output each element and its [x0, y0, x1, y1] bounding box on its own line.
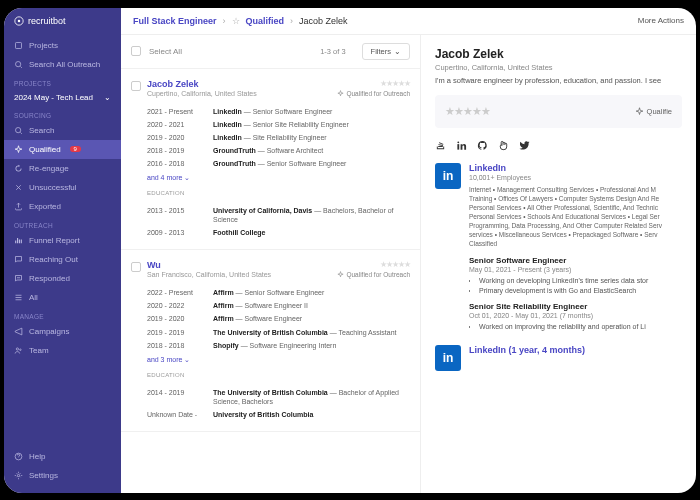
breadcrumb-stage[interactable]: Qualified: [246, 16, 285, 26]
sidebar-item-label: Search All Outreach: [29, 60, 100, 69]
more-actions-button[interactable]: More Actions: [638, 16, 684, 25]
exp-company: LinkedIn: [213, 134, 242, 141]
chevron-right-icon: ›: [223, 16, 226, 26]
sidebar-item-re-engage[interactable]: Re-engage: [4, 159, 121, 178]
linkedin-icon[interactable]: [456, 140, 467, 151]
exp-company: Shopify: [213, 342, 239, 349]
sidebar: recruitbot ProjectsSearch All Outreach P…: [4, 8, 121, 493]
role-bullets: Worked on improving the reliability and …: [469, 323, 682, 330]
app-window: recruitbot ProjectsSearch All Outreach P…: [4, 8, 696, 493]
experience-row: 2019 - 2020LinkedIn — Site Reliability E…: [147, 131, 410, 144]
nav-icon: [14, 327, 23, 336]
candidate-checkbox[interactable]: [131, 262, 141, 272]
exp-dates: 2020 - 2022: [147, 301, 207, 310]
chevron-right-icon: ›: [290, 16, 293, 26]
sidebar-item-projects[interactable]: Projects: [4, 36, 121, 55]
role-block: Senior Software Engineer May 01, 2021 - …: [469, 256, 682, 294]
role-dates: Oct 01, 2020 - May 01, 2021 (7 months): [469, 312, 682, 319]
filters-button[interactable]: Filters ⌄: [362, 43, 410, 60]
sidebar-item-label: Exported: [29, 202, 61, 211]
svg-rect-9: [457, 144, 459, 150]
exp-company: Affirm: [213, 315, 234, 322]
detail-name: Jacob Zelek: [435, 47, 682, 61]
rating-stars[interactable]: ★★★★★: [337, 79, 410, 88]
rating-stars[interactable]: ★★★★★: [445, 105, 490, 118]
show-more-link[interactable]: and 3 more ⌄: [147, 356, 410, 364]
exp-company: LinkedIn: [213, 108, 242, 115]
nav-icon: [14, 164, 23, 173]
breadcrumb-project[interactable]: Full Stack Engineer: [133, 16, 217, 26]
chevron-down-icon: ⌄: [394, 47, 401, 56]
nav-icon: [14, 183, 23, 192]
company-link[interactable]: LinkedIn: [469, 163, 682, 173]
exp-dates: Unknown Date -: [147, 410, 207, 419]
linkedin-badge-icon[interactable]: in: [435, 345, 461, 371]
result-count: 1-3 of 3: [320, 47, 345, 56]
peace-icon[interactable]: [498, 140, 509, 151]
exp-dates: 2020 - 2021: [147, 120, 207, 129]
breadcrumb-bar: Full Stack Engineer › ☆ Qualified › Jaco…: [121, 8, 696, 35]
sidebar-item-unsuccessful[interactable]: Unsuccessful: [4, 178, 121, 197]
exp-dates: 2016 - 2018: [147, 159, 207, 168]
candidate-checkbox[interactable]: [131, 81, 141, 91]
candidate-card[interactable]: ★★★★★ Qualified for Outreach Wu San Fran…: [121, 250, 420, 432]
linkedin-badge-icon[interactable]: in: [435, 163, 461, 189]
experience-row: 2020 - 2022Affirm — Software Engineer II: [147, 299, 410, 312]
candidate-list-pane: Select All 1-3 of 3 Filters ⌄ ★★★★★ Qual…: [121, 35, 421, 493]
sidebar-item-all[interactable]: All: [4, 288, 121, 307]
filters-label: Filters: [371, 47, 391, 56]
experience-row: 2013 - 2015University of California, Dav…: [147, 204, 410, 226]
count-badge: 9: [70, 146, 81, 152]
sidebar-item-help[interactable]: Help: [4, 447, 121, 466]
experience-row: 2020 - 2021LinkedIn — Senior Site Reliab…: [147, 118, 410, 131]
tenure-summary: LinkedIn (1 year, 4 months): [469, 345, 682, 355]
company-desc: Internet • Management Consulting Service…: [469, 185, 682, 249]
sidebar-item-settings[interactable]: Settings: [4, 466, 121, 485]
role-dates: May 01, 2021 - Present (3 years): [469, 266, 682, 273]
sidebar-item-search[interactable]: Search: [4, 121, 121, 140]
sidebar-item-funnel-report[interactable]: Funnel Report: [4, 231, 121, 250]
sidebar-item-reaching-out[interactable]: Reaching Out: [4, 250, 121, 269]
sidebar-item-search-all-outreach[interactable]: Search All Outreach: [4, 55, 121, 74]
nav-icon: [14, 471, 23, 480]
exp-title: — Software Engineering Intern: [241, 342, 337, 349]
experience-row: 2018 - 2019GroundTruth — Software Archit…: [147, 144, 410, 157]
exp-dates: 2018 - 2019: [147, 146, 207, 155]
sidebar-item-label: Help: [29, 452, 45, 461]
select-all-checkbox[interactable]: [131, 46, 141, 56]
svg-point-6: [20, 349, 22, 351]
sidebar-project-selector[interactable]: 2024 May - Tech Lead ⌄: [4, 89, 121, 106]
exp-title: — Senior Software Engineer: [244, 108, 333, 115]
stackoverflow-icon[interactable]: [435, 140, 446, 151]
exp-company: GroundTruth: [213, 147, 256, 154]
sidebar-item-exported[interactable]: Exported: [4, 197, 121, 216]
sidebar-item-label: Team: [29, 346, 49, 355]
sidebar-section-projects: PROJECTS: [4, 74, 121, 89]
nav-icon: [14, 274, 23, 283]
sidebar-item-team[interactable]: Team: [4, 341, 121, 360]
qualified-badge[interactable]: Qualifie: [635, 107, 672, 116]
sidebar-item-label: Campaigns: [29, 327, 69, 336]
linkedin-summary-block: in LinkedIn (1 year, 4 months): [435, 345, 682, 371]
show-more-link[interactable]: and 4 more ⌄: [147, 174, 410, 182]
role-title: Senior Site Reliability Engineer: [469, 302, 682, 311]
nav-icon: [14, 236, 23, 245]
rating-stars[interactable]: ★★★★★: [337, 260, 410, 269]
sidebar-item-responded[interactable]: Responded: [4, 269, 121, 288]
list-header: Select All 1-3 of 3 Filters ⌄: [121, 35, 420, 69]
twitter-icon[interactable]: [519, 140, 530, 151]
sidebar-item-campaigns[interactable]: Campaigns: [4, 322, 121, 341]
exp-title: — Software Engineer II: [236, 302, 308, 309]
candidate-card[interactable]: ★★★★★ Qualified for Outreach Jacob Zelek…: [121, 69, 420, 251]
sidebar-item-qualified[interactable]: Qualified9: [4, 140, 121, 159]
exp-company: The University of British Columbia: [213, 329, 328, 336]
exp-company: Affirm: [213, 302, 234, 309]
github-icon[interactable]: [477, 140, 488, 151]
nav-icon: [14, 346, 23, 355]
candidate-detail-pane: Jacob Zelek Cupertino, California, Unite…: [421, 35, 696, 493]
brand-logo[interactable]: recruitbot: [4, 16, 121, 36]
exp-title: — Software Engineer: [236, 315, 303, 322]
nav-icon: [14, 202, 23, 211]
nav-icon: [14, 41, 23, 50]
star-icon: ☆: [232, 16, 240, 26]
